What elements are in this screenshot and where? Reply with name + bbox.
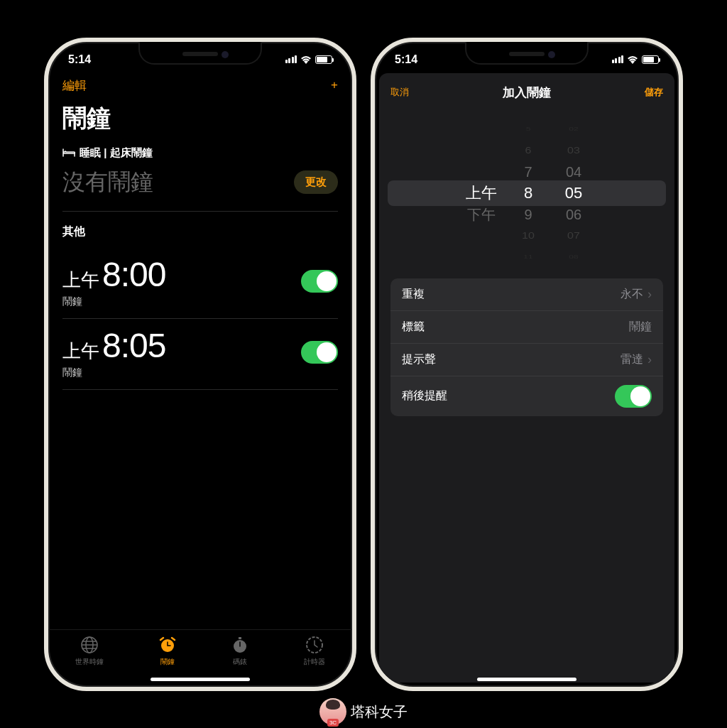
no-alarm-text: 沒有鬧鐘 <box>62 167 153 198</box>
tab-stopwatch[interactable]: 碼錶 <box>231 636 249 667</box>
speaker-slot <box>182 52 218 56</box>
page-title: 鬧鐘 <box>62 102 338 135</box>
sleep-section-header: 睡眠 | 起床鬧鐘 <box>62 146 338 160</box>
status-time: 5:14 <box>68 53 91 66</box>
signal-icon <box>612 55 624 63</box>
picker-minute-selected: 05 <box>565 183 582 204</box>
status-right <box>612 53 660 66</box>
picker-hour-selected: 8 <box>524 183 532 204</box>
tab-alarm[interactable]: 鬧鐘 <box>158 636 177 667</box>
content: 編輯 + 鬧鐘 睡眠 | 起床鬧鐘 沒有鬧鐘 更改 其他 上午 8:00 <box>48 66 352 629</box>
edit-button[interactable]: 編輯 <box>62 77 87 94</box>
alarm-label: 鬧鐘 <box>62 295 165 308</box>
tab-label: 鬧鐘 <box>160 657 175 667</box>
snooze-row: 稍後提醒 <box>390 376 663 416</box>
speaker-slot <box>509 52 545 56</box>
wifi-icon <box>627 55 638 64</box>
status-time: 5:14 <box>395 53 417 66</box>
tab-timer[interactable]: 計時器 <box>304 636 325 667</box>
wifi-icon <box>300 55 312 64</box>
home-indicator[interactable] <box>151 678 250 681</box>
alarm-time-block: 上午 8:05 鬧鐘 <box>62 326 165 379</box>
alarm-ampm: 上午 <box>62 339 99 364</box>
add-alarm-button[interactable]: + <box>331 78 338 92</box>
signal-icon <box>285 55 297 63</box>
home-indicator[interactable] <box>477 678 576 681</box>
watermark: 3C 塔科女子 <box>319 698 408 725</box>
picker-minute-column[interactable]: 02 03 04 05 06 07 08 <box>559 122 588 264</box>
modal-navbar: 取消 加入鬧鐘 儲存 <box>379 73 674 101</box>
watermark-avatar-icon: 3C <box>319 698 346 725</box>
picker-ampm-selected: 上午 <box>466 183 497 204</box>
phone-right: 5:14 取消 加入鬧鐘 儲存 上午 下午 <box>371 38 683 691</box>
picker-ampm-column[interactable]: 上午 下午 <box>466 122 497 264</box>
save-button[interactable]: 儲存 <box>645 86 663 99</box>
alarm-time-block: 上午 8:00 鬧鐘 <box>62 255 165 308</box>
change-button[interactable]: 更改 <box>294 170 338 194</box>
sleep-section-label: 睡眠 | 起床鬧鐘 <box>80 146 153 160</box>
globe-icon <box>80 636 99 654</box>
snooze-toggle[interactable] <box>615 385 652 408</box>
label-row[interactable]: 標籤 鬧鐘 <box>390 311 663 344</box>
alarm-item[interactable]: 上午 8:00 鬧鐘 <box>62 248 338 319</box>
sound-row[interactable]: 提示聲 雷達› <box>390 344 663 376</box>
alarm-item[interactable]: 上午 8:05 鬧鐘 <box>62 319 338 390</box>
alarm-toggle[interactable] <box>301 341 338 364</box>
timer-icon <box>305 636 324 654</box>
sound-label: 提示聲 <box>402 352 436 367</box>
alarm-settings-group: 重複 永不› 標籤 鬧鐘 提示聲 雷達› 稍後提醒 <box>390 278 663 416</box>
cancel-button[interactable]: 取消 <box>390 86 409 99</box>
add-alarm-screen: 5:14 取消 加入鬧鐘 儲存 上午 下午 <box>375 42 679 687</box>
tab-label: 計時器 <box>304 657 325 667</box>
alarm-list-screen: 5:14 編輯 + 鬧鐘 睡眠 | 起床鬧鐘 沒有鬧鐘 更改 其他 <box>48 42 352 687</box>
alarm-clock-icon <box>158 636 177 654</box>
tab-world-clock[interactable]: 世界時鐘 <box>75 636 104 667</box>
other-section-label: 其他 <box>62 224 338 239</box>
label-label: 標籤 <box>402 320 425 335</box>
snooze-label: 稍後提醒 <box>402 389 447 403</box>
battery-icon <box>315 55 332 64</box>
alarm-hhmm: 8:05 <box>102 326 165 365</box>
chevron-right-icon: › <box>647 352 652 367</box>
bed-icon <box>62 148 75 157</box>
battery-icon <box>642 55 659 64</box>
modal-title: 加入鬧鐘 <box>503 85 551 101</box>
sound-value: 雷達 <box>621 352 643 367</box>
status-right <box>285 53 333 66</box>
chevron-right-icon: › <box>647 287 652 302</box>
alarm-ampm: 上午 <box>62 268 99 293</box>
picker-hour-column[interactable]: 5 6 7 8 9 10 11 <box>514 122 542 264</box>
watermark-text: 塔科女子 <box>351 702 408 722</box>
repeat-label: 重複 <box>402 287 425 302</box>
tab-label: 碼錶 <box>233 657 247 667</box>
repeat-row[interactable]: 重複 永不› <box>390 278 663 311</box>
add-alarm-modal: 取消 加入鬧鐘 儲存 上午 下午 5 6 7 <box>379 73 674 683</box>
stopwatch-icon <box>231 636 249 654</box>
tab-label: 世界時鐘 <box>75 657 104 667</box>
label-value: 鬧鐘 <box>629 320 652 335</box>
alarm-label: 鬧鐘 <box>62 366 165 379</box>
svg-rect-7 <box>239 637 241 639</box>
alarm-toggle[interactable] <box>301 270 338 293</box>
repeat-value: 永不 <box>621 287 643 302</box>
time-picker[interactable]: 上午 下午 5 6 7 8 9 10 11 02 <box>379 122 674 264</box>
alarm-hhmm: 8:00 <box>102 255 165 294</box>
phone-left: 5:14 編輯 + 鬧鐘 睡眠 | 起床鬧鐘 沒有鬧鐘 更改 其他 <box>44 38 356 691</box>
no-alarm-row: 沒有鬧鐘 更改 <box>62 167 338 212</box>
navbar: 編輯 + <box>62 72 338 99</box>
watermark-badge: 3C <box>327 719 339 727</box>
